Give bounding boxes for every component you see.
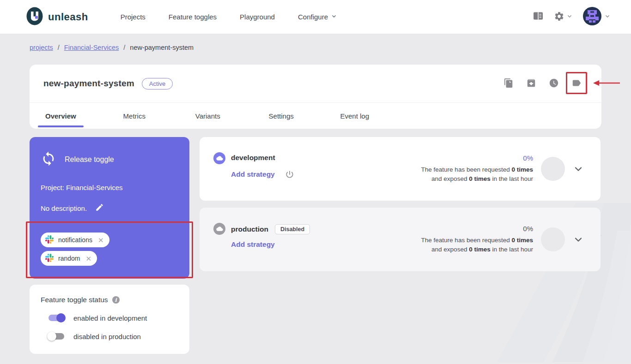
chevron-down-icon[interactable] (573, 234, 584, 245)
feature-project-line: Project: Financial-Services (41, 184, 178, 191)
tag-label: notifications (58, 236, 92, 244)
toggle-row-development: enabled in development (41, 313, 178, 322)
environment-card-production: production Disabled Add strategy 0% The … (200, 208, 601, 271)
add-strategy-button[interactable]: Add strategy (231, 170, 275, 179)
feature-actions (503, 78, 582, 89)
breadcrumb-project[interactable]: Financial-Services (64, 44, 119, 51)
environment-name: production (231, 225, 268, 233)
disabled-badge: Disabled (275, 224, 310, 234)
tag-feature-button[interactable] (571, 78, 582, 89)
unleash-logo-icon (26, 7, 43, 27)
tab-metrics[interactable]: Metrics (112, 103, 157, 129)
environment-name: development (231, 154, 275, 162)
tab-event-log[interactable]: Event log (332, 103, 377, 129)
power-icon[interactable] (285, 170, 294, 179)
chevron-down-icon (331, 13, 337, 21)
chevron-down-icon (566, 13, 573, 21)
unleash-logo[interactable]: unleash (26, 7, 88, 27)
development-toggle[interactable] (47, 313, 66, 322)
feature-info-card: Release toggle Project: Financial-Servic… (30, 137, 189, 279)
avatar (583, 7, 601, 27)
metrics-donut (541, 227, 565, 251)
slack-icon (45, 235, 54, 245)
user-menu-button[interactable] (583, 7, 611, 27)
nav-playground[interactable]: Playground (240, 13, 275, 21)
tag-chip-notifications[interactable]: notifications ✕ (41, 233, 109, 247)
feature-type-label: Release toggle (65, 155, 114, 164)
main-nav: Projects Feature toggles Playground Conf… (121, 13, 337, 21)
breadcrumb-projects[interactable]: projects (30, 44, 53, 51)
breadcrumb-separator: / (123, 44, 125, 51)
environment-metrics-summary: 0% The feature has been requested 0 time… (421, 154, 533, 184)
nav-feature-toggles[interactable]: Feature toggles (169, 13, 217, 21)
chevron-down-icon[interactable] (573, 163, 584, 174)
clock-icon (549, 78, 559, 90)
feature-tags-list: notifications ✕ random ✕ (41, 233, 178, 266)
close-icon[interactable]: ✕ (85, 255, 92, 262)
edit-description-button[interactable] (95, 203, 104, 213)
status-badge: Active (142, 78, 173, 90)
toggle-label: disabled in production (73, 333, 141, 340)
docs-button[interactable] (533, 11, 544, 23)
close-icon[interactable]: ✕ (97, 237, 105, 244)
slack-icon (45, 254, 54, 263)
gear-icon (554, 11, 564, 23)
copy-icon (504, 78, 514, 90)
breadcrumb: projects / Financial-Services / new-paym… (30, 44, 194, 51)
archive-feature-button[interactable] (526, 78, 537, 89)
tag-chip-random[interactable]: random ✕ (41, 251, 97, 266)
nav-configure[interactable]: Configure (298, 13, 337, 21)
page-title: new-payment-system (43, 78, 134, 89)
metrics-donut (541, 157, 565, 181)
brand-name: unleash (48, 11, 88, 23)
exposure-percent: 0% (421, 225, 533, 233)
breadcrumb-separator: / (58, 44, 60, 51)
cloud-icon (213, 223, 225, 235)
status-panel-title: Feature toggle status (41, 296, 108, 304)
tab-variants[interactable]: Variants (185, 103, 231, 129)
feature-header-card: new-payment-system Active (30, 65, 601, 129)
book-icon (533, 11, 544, 23)
info-icon[interactable]: i (112, 296, 120, 304)
tab-settings[interactable]: Settings (259, 103, 304, 129)
feature-tabs: Overview Metrics Variants Settings Event… (30, 102, 601, 129)
history-button[interactable] (548, 78, 559, 89)
pencil-icon (95, 203, 104, 213)
tab-overview[interactable]: Overview (38, 103, 84, 129)
environment-card-development: development Add strategy 0% The feature … (200, 137, 601, 201)
production-toggle[interactable] (47, 332, 66, 341)
environment-metrics-summary: 0% The feature has been requested 0 time… (421, 225, 533, 254)
exposure-percent: 0% (421, 154, 533, 162)
breadcrumb-current: new-payment-system (130, 44, 194, 51)
add-strategy-button[interactable]: Add strategy (231, 240, 275, 249)
archive-icon (526, 78, 536, 90)
top-navbar: unleash Projects Feature toggles Playgro… (0, 0, 631, 34)
cloud-icon (213, 152, 225, 164)
toggle-row-production: disabled in production (41, 332, 178, 341)
sync-icon (41, 151, 56, 168)
tag-label: random (58, 255, 80, 262)
feature-toggle-status-card: Feature toggle status i enabled in devel… (30, 285, 189, 354)
nav-projects[interactable]: Projects (121, 13, 146, 21)
feature-title-row: new-payment-system Active (30, 65, 601, 102)
feature-description: No description. (41, 204, 87, 212)
settings-menu-button[interactable] (554, 11, 573, 23)
chevron-down-icon (604, 13, 611, 21)
feature-type-row: Release toggle (41, 148, 178, 168)
toggle-label: enabled in development (73, 314, 147, 322)
tag-icon (571, 78, 582, 90)
copy-feature-button[interactable] (503, 78, 514, 89)
